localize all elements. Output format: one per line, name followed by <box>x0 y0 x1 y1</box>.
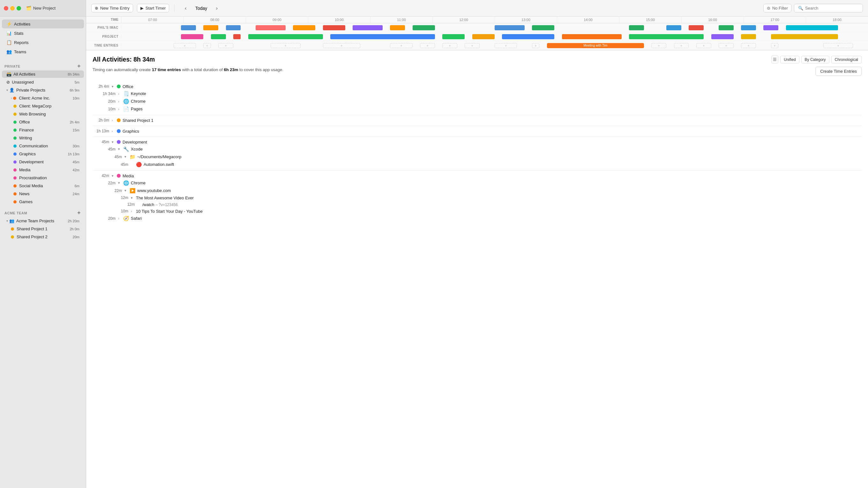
te-add-16[interactable]: + <box>741 43 756 48</box>
tl-app-2[interactable] <box>226 25 241 30</box>
sidebar-item-graphics[interactable]: Graphics 1h 13m <box>2 150 84 158</box>
tl-keynote-1[interactable] <box>256 25 286 30</box>
proj-block-office[interactable] <box>248 34 323 39</box>
sidebar-item-procrastination[interactable]: Procrastination <box>2 174 84 182</box>
sidebar-item-web-browsing[interactable]: Web Browsing <box>2 110 84 118</box>
te-add-15[interactable]: + <box>719 43 734 48</box>
start-timer-button[interactable]: ▶ Start Timer <box>137 4 169 12</box>
no-filter-button[interactable]: ⊜ No Filter <box>763 4 792 12</box>
te-add-13[interactable]: + <box>674 43 689 48</box>
tl-app-1[interactable] <box>203 25 218 30</box>
te-add-11[interactable]: + <box>532 43 539 48</box>
media-expand[interactable]: ▾ <box>112 174 117 178</box>
tl-chrome-2[interactable] <box>413 25 435 30</box>
create-time-entries-button[interactable]: Create Time Entries <box>815 67 862 76</box>
private-add-button[interactable]: ＋ <box>76 63 82 69</box>
te-add-3[interactable]: + <box>218 43 233 48</box>
graphics-expand[interactable]: › <box>112 129 117 133</box>
sidebar-item-reports[interactable]: 📋 Reports <box>2 38 84 47</box>
sidebar-item-shared-project-1[interactable]: Shared Project 1 2h 0m <box>2 225 84 232</box>
sidebar-item-writing[interactable]: Writing <box>2 134 84 141</box>
tl-app-7[interactable] <box>666 25 681 30</box>
proj-block-5[interactable] <box>472 34 495 39</box>
proj-block-6[interactable] <box>502 34 554 39</box>
tl-sketch-1[interactable] <box>352 25 383 30</box>
te-add-7[interactable]: + <box>420 43 435 48</box>
new-project-button[interactable]: 🗂️ New Project <box>26 6 56 10</box>
xcode-expand[interactable]: ▾ <box>118 147 123 151</box>
acme-add-button[interactable]: ＋ <box>76 209 82 216</box>
tl-app-10[interactable] <box>741 25 756 30</box>
sidebar-item-all-activities[interactable]: 🗃️ All Activities 8h 34m <box>2 70 84 78</box>
te-add-5[interactable]: + <box>323 43 360 48</box>
te-add-12[interactable]: + <box>651 43 666 48</box>
sidebar-item-communication[interactable]: Communication 30m <box>2 142 84 150</box>
tl-app-8[interactable] <box>689 25 704 30</box>
video-expand[interactable]: ▾ <box>131 196 136 200</box>
tl-app-3[interactable] <box>293 25 315 30</box>
traffic-light-yellow[interactable] <box>10 6 15 10</box>
tl-chrome-1[interactable] <box>181 25 196 30</box>
sidebar-item-acme-team-projects[interactable]: ▾ 👥 Acme Team Projects 2h 20m <box>2 217 84 225</box>
chrome-media-expand[interactable]: ▾ <box>118 181 123 185</box>
te-add-4[interactable]: + <box>271 43 301 48</box>
view-chronological-button[interactable]: Chronological <box>831 56 862 63</box>
tl-app-9[interactable] <box>719 25 734 30</box>
tl-app-12[interactable] <box>786 25 838 30</box>
pages-expand[interactable]: › <box>118 107 123 111</box>
te-add-14[interactable]: + <box>696 43 711 48</box>
meeting-with-tim[interactable]: Meeting with Tim <box>547 43 644 48</box>
te-add-8[interactable]: + <box>442 43 457 48</box>
sidebar-item-social-media[interactable]: Social Media 6m <box>2 182 84 190</box>
sidebar-item-activities[interactable]: ⚡ Activities <box>2 20 84 28</box>
next-button[interactable]: › <box>214 4 220 12</box>
keynote-expand[interactable]: › <box>118 92 123 96</box>
sidebar-item-client-megacorp[interactable]: Client: MegaCorp <box>2 102 84 110</box>
tl-app-5[interactable] <box>390 25 405 30</box>
chrome-office-expand[interactable]: › <box>118 99 123 103</box>
sidebar-item-office[interactable]: Office 2h 4m <box>2 118 84 126</box>
proj-block-7[interactable] <box>562 34 622 39</box>
proj-block-10[interactable] <box>741 34 756 39</box>
youtube-expand[interactable]: ▾ <box>124 189 130 193</box>
te-add-10[interactable]: + <box>495 43 517 48</box>
dev-expand[interactable]: ▾ <box>112 140 117 144</box>
sidebar-item-private-projects[interactable]: ▾ 👤 Private Projects 6h 9m <box>2 87 84 94</box>
proj-block-1[interactable] <box>181 34 203 39</box>
docs-expand[interactable]: ▾ <box>124 155 130 159</box>
prev-button[interactable]: ‹ <box>182 4 189 12</box>
new-time-entry-button[interactable]: ⊕ New Time Entry <box>91 4 133 12</box>
sidebar-item-client-acme[interactable]: › Client: Acme Inc. 10m <box>2 94 84 102</box>
sidebar-item-development[interactable]: Development 45m <box>2 158 84 166</box>
proj-block-11[interactable] <box>771 34 838 39</box>
search-input[interactable] <box>805 6 859 10</box>
tl-app-6[interactable] <box>495 25 525 30</box>
sidebar-item-games[interactable]: Games <box>2 198 84 205</box>
sidebar-item-media[interactable]: Media 42m <box>2 166 84 173</box>
view-by-category-button[interactable]: By Category <box>801 56 829 63</box>
view-unified-button[interactable]: Unified <box>780 56 799 63</box>
traffic-light-red[interactable] <box>4 6 8 10</box>
sidebar-item-finance[interactable]: Finance 15m <box>2 126 84 134</box>
te-add-6[interactable]: + <box>390 43 412 48</box>
te-add-17[interactable]: + <box>771 43 778 48</box>
tl-chrome-3[interactable] <box>532 25 554 30</box>
office-expand[interactable]: ▾ <box>112 85 117 89</box>
proj-block-9[interactable] <box>711 34 734 39</box>
tl-chrome-4[interactable] <box>629 25 644 30</box>
sidebar-item-shared-project-2[interactable]: Shared Project 2 20m <box>2 233 84 240</box>
proj-block-8[interactable] <box>629 34 704 39</box>
te-add-2[interactable]: + <box>203 43 211 48</box>
proj-block-3[interactable] <box>233 34 241 39</box>
tl-app-11[interactable] <box>763 25 778 30</box>
sidebar-item-teams[interactable]: 👥 Teams <box>2 47 84 56</box>
te-add-1[interactable]: + <box>174 43 196 48</box>
te-add-18[interactable]: + <box>823 43 853 48</box>
traffic-light-green[interactable] <box>17 6 21 10</box>
list-view-icon[interactable]: ☰ <box>771 56 778 63</box>
te-add-9[interactable]: + <box>465 43 479 48</box>
sidebar-item-unassigned[interactable]: ⊘ Unassigned 5m <box>2 78 84 86</box>
sidebar-item-news[interactable]: News 24m <box>2 190 84 197</box>
safari-expand[interactable]: › <box>118 217 123 220</box>
tips-expand[interactable]: › <box>131 209 136 213</box>
